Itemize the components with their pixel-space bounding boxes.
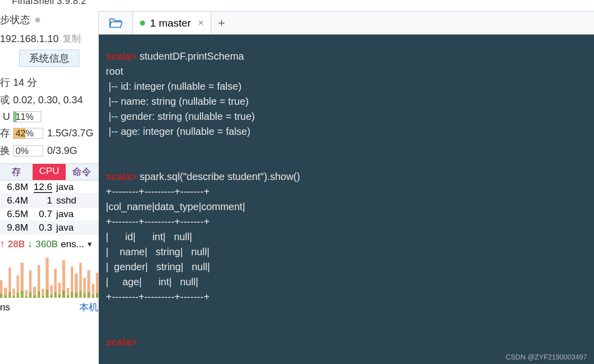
tab-label: 1 master [150,17,191,29]
system-info-button[interactable]: 系统信息 [19,50,79,67]
network-row[interactable]: ↑28B ↓360B ens... ▼ [0,235,98,251]
process-list: 6.8M12.6java6.4M1sshd6.5M0.7java9.8M0.3j… [0,180,98,235]
col-cpu[interactable]: CPU [33,164,65,180]
add-tab-button[interactable]: + [211,12,231,34]
load-label: 戓 [0,93,10,107]
sync-label: 步状态 [0,13,30,27]
sidebar: 步状态 192.168.1.10 复制 系统信息 行14 分 戓0.02, 0.… [0,11,98,364]
close-icon[interactable]: × [198,17,204,29]
arrow-up-icon: ↑ [0,239,5,250]
swap-bar: 0% [13,145,43,156]
arrow-down-icon: ↓ [28,239,33,250]
swap-value: 0/3.9G [47,145,77,156]
process-header: 存 CPU 命令 [0,163,98,180]
watermark: CSDN @ZYF2190003497 [506,353,587,361]
cpu-bar: 11% [13,111,41,122]
table-row[interactable]: 9.8M0.3java [0,221,98,235]
cpu-label: U [0,111,10,122]
copy-button[interactable]: 复制 [63,33,81,45]
swap-percent: 0% [16,146,29,156]
folder-open-icon [108,17,123,29]
app-title: FinalShell 3.9.8.2 [12,0,86,7]
net-up: 28B [8,239,25,250]
local-link[interactable]: 本机 [79,301,98,314]
cpu-percent: 11% [16,112,34,122]
table-row[interactable]: 6.4M1sshd [0,194,98,208]
ip-address: 192.168.1.10 [0,33,59,45]
ns-label: ns [0,302,10,313]
dropdown-icon[interactable]: ▼ [86,240,93,248]
mem-percent: 42% [16,128,34,138]
col-mem[interactable]: 存 [0,164,33,180]
tab-master[interactable]: 1 master × [133,12,211,34]
sync-dot-icon [35,18,40,23]
uptime-value: 14 分 [13,76,37,89]
table-row[interactable]: 6.8M12.6java [0,180,98,194]
local-chart [0,319,98,344]
col-cmd[interactable]: 命令 [66,164,98,180]
table-row[interactable]: 6.5M0.7java [0,208,98,221]
swap-label: 换 [0,144,10,157]
main-area: 1 master × + scala> studentDF.printSchem… [98,11,594,364]
network-chart [0,253,98,298]
folder-button[interactable] [99,12,133,34]
uptime-label: 行 [0,76,10,89]
mem-value: 1.5G/3.7G [47,127,93,139]
sync-status: 步状态 [0,11,98,30]
mem-label: 存 [0,126,10,140]
net-iface: ens... [61,239,84,250]
mem-bar: 42% [13,128,43,139]
net-down: 360B [36,239,58,250]
tab-bar: 1 master × + [99,12,594,35]
load-value: 0.02, 0.30, 0.34 [13,94,83,106]
status-dot-icon [140,21,145,26]
terminal[interactable]: scala> studentDF.printSchemaroot |-- id:… [99,35,594,364]
